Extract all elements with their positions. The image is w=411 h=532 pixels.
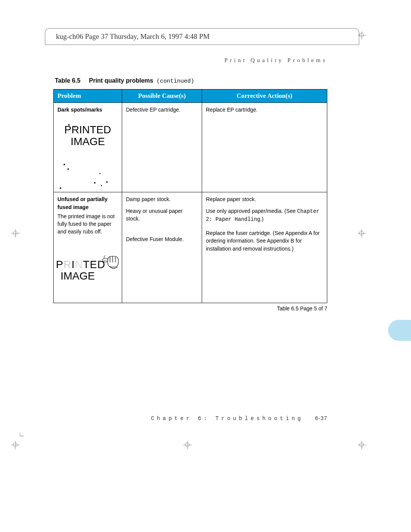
cell-action: Replace EP cartridge. — [202, 103, 327, 192]
problem-title: Dark spots/marks — [57, 106, 118, 113]
side-tab — [388, 320, 411, 341]
cell-problem: Dark spots/marks PRINTED IMAGE — [54, 103, 122, 192]
problem-illustration-dark-spots: PRINTED IMAGE — [57, 124, 118, 189]
col-action: Corrective Action(s) — [202, 89, 327, 103]
col-problem: Problem — [54, 89, 122, 103]
cell-action: Replace paper stock. Use only approved p… — [202, 192, 327, 303]
running-head: Print Quality Problems — [53, 57, 327, 64]
header-right-stub — [359, 33, 359, 45]
cause-line: Defective Fuser Module. — [126, 235, 198, 243]
table-continued: (continued) — [156, 78, 194, 85]
page-header: kug-ch06 Page 37 Thursday, March 6, 1997… — [45, 29, 359, 45]
corner-mark — [20, 432, 24, 437]
svg-rect-1 — [108, 256, 118, 267]
action-line: Replace paper stock. — [206, 195, 323, 203]
regmark-bottom-right — [358, 441, 366, 449]
table-row: Dark spots/marks PRINTED IMAGE — [54, 103, 327, 192]
print-quality-table: Problem Possible Cause(s) Corrective Act… — [53, 89, 327, 303]
table-row: Unfused or partially fused image The pri… — [54, 192, 327, 303]
illus-line2: IMAGE — [61, 268, 95, 284]
problem-illustration-unfused: PRINTED IMAGE u d — [57, 246, 118, 300]
table-header-row: Problem Possible Cause(s) Corrective Act… — [54, 89, 327, 103]
footer-chapter: Chapter 6: Troubleshooting — [151, 415, 303, 422]
action-text: Use only approved paper/media. (See — [206, 208, 297, 214]
problem-title: Unfused or partially fused image — [57, 195, 118, 211]
table-footer: Table 6.5 Page 5 of 7 — [53, 305, 327, 312]
page-footer: Chapter 6: Troubleshooting 6-37 — [53, 415, 327, 422]
col-cause: Possible Cause(s) — [122, 89, 202, 103]
illus-line1: PRINTED — [57, 124, 118, 136]
regmark-top-left — [11, 229, 20, 238]
cause-line: Heavy or unusual paper stock. — [126, 207, 198, 223]
hand-icon: u d — [102, 255, 119, 270]
footer-page-number: 6-37 — [315, 415, 327, 421]
table-label: Table 6.5 — [55, 77, 80, 84]
table-caption: Table 6.5 Print quality problems (contin… — [53, 77, 327, 85]
action-text: .) — [260, 216, 264, 222]
problem-desc: The printed image is not fully fused to … — [57, 213, 115, 235]
cell-cause: Defective EP cartridge. — [122, 103, 202, 192]
header-baseline — [45, 45, 359, 45]
header-left-stub — [45, 33, 45, 45]
table-title: Print quality problems — [89, 77, 153, 84]
content-area: Print Quality Problems Table 6.5 Print q… — [53, 57, 327, 312]
regmark-mid-right — [358, 229, 366, 238]
svg-text:u  d: u d — [104, 259, 107, 261]
action-line: Use only approved paper/media. (See Chap… — [206, 207, 323, 224]
cause-line: Damp paper stock. — [126, 195, 198, 203]
regmark-bottom-center — [183, 441, 192, 449]
action-line: Replace the fuser cartridge. (See Append… — [206, 229, 323, 252]
regmark-mid-left — [11, 441, 20, 449]
illus-line2: IMAGE — [57, 136, 118, 148]
cell-problem: Unfused or partially fused image The pri… — [54, 192, 122, 303]
header-rounded-box: kug-ch06 Page 37 Thursday, March 6, 1997… — [45, 28, 359, 45]
cell-cause: Damp paper stock. Heavy or unusual paper… — [122, 192, 202, 303]
